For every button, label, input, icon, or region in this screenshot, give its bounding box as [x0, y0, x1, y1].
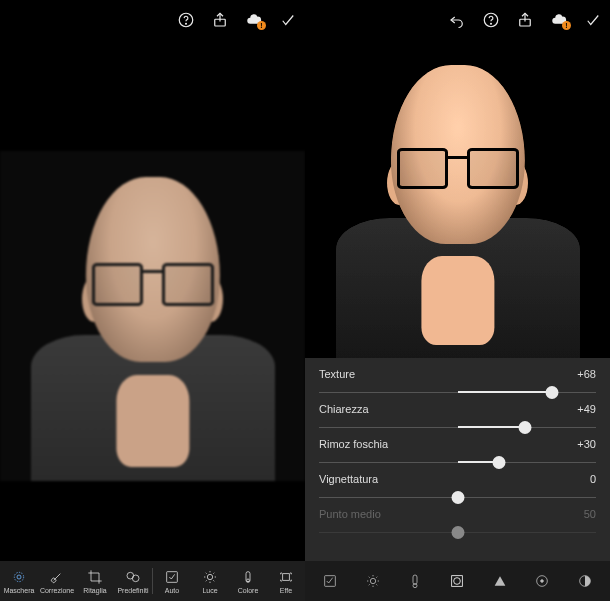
right-canvas[interactable]: [305, 40, 610, 358]
slider-track[interactable]: [319, 489, 596, 505]
slider-track[interactable]: [319, 419, 596, 435]
share-icon[interactable]: [516, 11, 534, 29]
svg-point-7: [132, 575, 139, 582]
tool-effects[interactable]: [440, 561, 474, 601]
heal-icon: [49, 569, 65, 585]
help-icon[interactable]: [482, 11, 500, 29]
cloud-alert-badge: !: [562, 21, 571, 30]
target-icon: [534, 573, 550, 589]
tool-label: Correzione: [40, 587, 74, 594]
tool-label: Luce: [202, 587, 217, 594]
slider-knob: [451, 526, 464, 539]
thermometer-icon: [407, 573, 423, 589]
slider-label: Rimoz foschia: [319, 438, 388, 450]
svg-point-21: [454, 578, 461, 585]
help-icon[interactable]: [177, 11, 195, 29]
slider-chiarezza: Chiarezza+49: [319, 403, 596, 435]
undo-icon[interactable]: [448, 11, 466, 29]
aperture-icon: [449, 573, 465, 589]
right-photo: [305, 40, 610, 358]
svg-point-4: [17, 575, 21, 579]
left-toolbar: Maschera Correzione Ritaglia Predefiniti…: [0, 561, 305, 601]
left-topbar: !: [0, 0, 305, 40]
svg-rect-20: [452, 576, 463, 587]
tool-optics[interactable]: [525, 561, 559, 601]
presets-icon: [125, 569, 141, 585]
tool-predefiniti[interactable]: Predefiniti: [114, 561, 152, 601]
slider-texture: Texture+68: [319, 368, 596, 400]
sun-icon: [365, 573, 381, 589]
right-toolbar: [305, 561, 610, 601]
checkmark-icon[interactable]: [279, 11, 297, 29]
half-circle-icon: [577, 573, 593, 589]
tool-ritaglia[interactable]: Ritaglia: [76, 561, 114, 601]
color-icon: [240, 569, 256, 585]
tool-auto[interactable]: Auto: [153, 561, 191, 601]
tool-luce[interactable]: Luce: [191, 561, 229, 601]
slider-punto-medio: Punto medio50: [319, 508, 596, 540]
svg-point-3: [14, 572, 23, 581]
slider-label: Chiarezza: [319, 403, 369, 415]
effects-icon: [278, 569, 294, 585]
svg-point-17: [370, 578, 375, 583]
svg-point-9: [207, 574, 212, 579]
tool-light[interactable]: [356, 561, 390, 601]
slider-track: [319, 524, 596, 540]
slider-value: +68: [577, 368, 596, 380]
slider-value: 0: [590, 473, 596, 485]
left-screen: ! Maschera Correzione Ritaglia P: [0, 0, 305, 601]
slider-knob[interactable]: [451, 491, 464, 504]
tool-detail[interactable]: [483, 561, 517, 601]
slider-knob[interactable]: [545, 386, 558, 399]
slider-knob[interactable]: [519, 421, 532, 434]
tool-geometry[interactable]: [568, 561, 602, 601]
auto-wand-icon: [322, 573, 338, 589]
slider-vignettatura: Vignettatura0: [319, 473, 596, 505]
slider-value: +49: [577, 403, 596, 415]
mask-icon: [11, 569, 27, 585]
left-photo: [0, 151, 305, 481]
svg-point-1: [186, 23, 187, 24]
slider-knob[interactable]: [493, 456, 506, 469]
slider-value: +30: [577, 438, 596, 450]
tool-maschera[interactable]: Maschera: [0, 561, 38, 601]
slider-label: Texture: [319, 368, 355, 380]
cloud-sync-icon[interactable]: !: [245, 11, 263, 29]
share-icon[interactable]: [211, 11, 229, 29]
triangle-icon: [492, 573, 508, 589]
left-canvas[interactable]: [0, 40, 305, 561]
svg-point-23: [541, 580, 544, 583]
right-screen: ! Texture+68Chiarezza+49Rimoz foschia+30…: [305, 0, 610, 601]
tool-label: Ritaglia: [83, 587, 106, 594]
svg-rect-8: [167, 571, 178, 582]
slider-value: 50: [584, 508, 596, 520]
crop-icon: [87, 569, 103, 585]
tool-label: Colore: [238, 587, 259, 594]
svg-rect-18: [413, 575, 417, 584]
slider-track[interactable]: [319, 454, 596, 470]
slider-rimoz-foschia: Rimoz foschia+30: [319, 438, 596, 470]
tool-label: Effe: [280, 587, 292, 594]
slider-label: Punto medio: [319, 508, 381, 520]
svg-point-14: [491, 23, 492, 24]
tool-colore[interactable]: Colore: [229, 561, 267, 601]
tool-label: Auto: [165, 587, 179, 594]
svg-point-11: [247, 579, 250, 582]
tool-effetti[interactable]: Effe: [267, 561, 305, 601]
tool-auto[interactable]: [313, 561, 347, 601]
tool-correzione[interactable]: Correzione: [38, 561, 76, 601]
light-icon: [202, 569, 218, 585]
tool-label: Maschera: [4, 587, 35, 594]
slider-label: Vignettatura: [319, 473, 378, 485]
right-topbar: !: [305, 0, 610, 40]
auto-icon: [164, 569, 180, 585]
slider-track[interactable]: [319, 384, 596, 400]
svg-rect-12: [283, 573, 290, 580]
checkmark-icon[interactable]: [584, 11, 602, 29]
tool-label: Predefiniti: [117, 587, 148, 594]
tool-color[interactable]: [398, 561, 432, 601]
cloud-sync-icon[interactable]: !: [550, 11, 568, 29]
cloud-alert-badge: !: [257, 21, 266, 30]
